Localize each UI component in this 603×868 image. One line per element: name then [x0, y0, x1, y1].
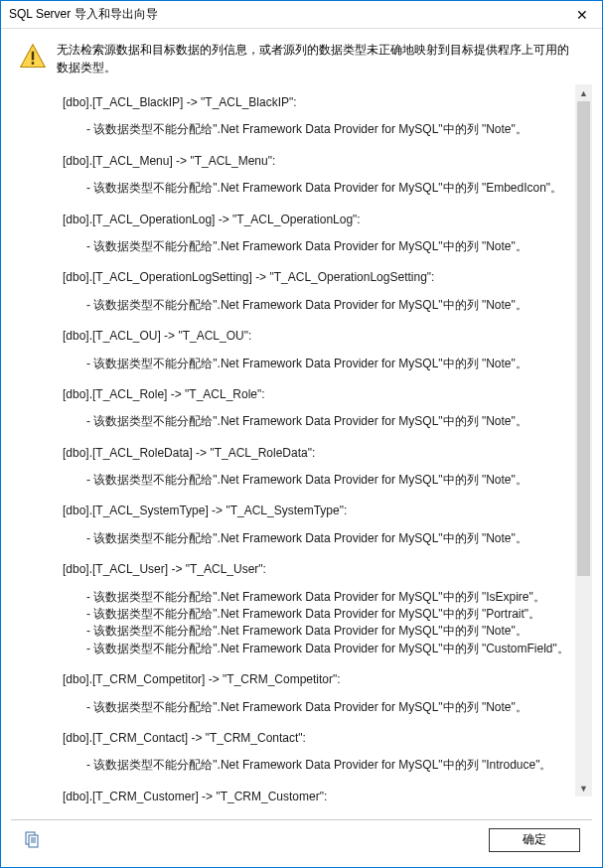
mapping-header: [dbo].[T_ACL_User] -> "T_ACL_User": — [63, 561, 582, 578]
body-wrap: [dbo].[T_ACL_BlackIP] -> "T_ACL_BlackIP"… — [11, 84, 592, 813]
dialog-window: SQL Server 导入和导出向导 ✕ 无法检索源数据和目标数据的列信息，或者… — [0, 0, 603, 868]
mapping-error-line: - 该数据类型不能分配给".Net Framework Data Provide… — [63, 413, 582, 430]
mapping-error-line: - 该数据类型不能分配给".Net Framework Data Provide… — [63, 121, 582, 138]
mapping-error-line: - 该数据类型不能分配给".Net Framework Data Provide… — [63, 699, 582, 716]
vertical-scrollbar[interactable]: ▲ ▼ — [575, 84, 592, 796]
mapping-error-line: - 该数据类型不能分配给".Net Framework Data Provide… — [63, 472, 582, 489]
mapping-error-line: - 该数据类型不能分配给".Net Framework Data Provide… — [63, 606, 582, 623]
error-summary: 无法检索源数据和目标数据的列信息，或者源列的数据类型未正确地映射到目标提供程序上… — [57, 41, 578, 76]
mapping-header: [dbo].[T_CRM_Customer] -> "T_CRM_Custome… — [63, 789, 582, 805]
mapping-header: [dbo].[T_ACL_BlackIP] -> "T_ACL_BlackIP"… — [63, 94, 582, 111]
ok-button[interactable]: 确定 — [489, 828, 580, 852]
mapping-error-line: - 该数据类型不能分配给".Net Framework Data Provide… — [63, 356, 582, 372]
mapping-error-line: - 该数据类型不能分配给".Net Framework Data Provide… — [63, 757, 582, 774]
header-row: 无法检索源数据和目标数据的列信息，或者源列的数据类型未正确地映射到目标提供程序上… — [11, 41, 592, 76]
mapping-error-line: - 该数据类型不能分配给".Net Framework Data Provide… — [63, 238, 582, 255]
scroll-up-button[interactable]: ▲ — [575, 84, 592, 101]
message-list: [dbo].[T_ACL_BlackIP] -> "T_ACL_BlackIP"… — [63, 94, 582, 813]
mapping-header: [dbo].[T_ACL_OU] -> "T_ACL_OU": — [63, 328, 582, 345]
content-area: 无法检索源数据和目标数据的列信息，或者源列的数据类型未正确地映射到目标提供程序上… — [1, 29, 602, 867]
svg-rect-4 — [29, 835, 38, 847]
mapping-header: [dbo].[T_ACL_SystemType] -> "T_ACL_Syste… — [63, 503, 582, 519]
mapping-error-line: - 该数据类型不能分配给".Net Framework Data Provide… — [63, 180, 582, 197]
mapping-header: [dbo].[T_ACL_OperationLogSetting] -> "T_… — [63, 269, 582, 286]
mapping-error-line: - 该数据类型不能分配给".Net Framework Data Provide… — [63, 641, 582, 657]
svg-rect-1 — [32, 52, 34, 61]
mapping-error-line: - 该数据类型不能分配给".Net Framework Data Provide… — [63, 623, 582, 640]
window-title: SQL Server 导入和导出向导 — [9, 6, 158, 23]
close-button[interactable]: ✕ — [562, 1, 602, 29]
mapping-error-line: - 该数据类型不能分配给".Net Framework Data Provide… — [63, 297, 582, 314]
copy-icon[interactable] — [23, 831, 41, 849]
titlebar: SQL Server 导入和导出向导 ✕ — [1, 1, 602, 29]
vscroll-thumb[interactable] — [577, 101, 590, 576]
mapping-header: [dbo].[T_ACL_Role] -> "T_ACL_Role": — [63, 386, 582, 403]
mapping-header: [dbo].[T_ACL_Menu] -> "T_ACL_Menu": — [63, 153, 582, 170]
warning-icon — [19, 43, 47, 71]
vscroll-track[interactable] — [575, 101, 592, 780]
mapping-header: [dbo].[T_ACL_OperationLog] -> "T_ACL_Ope… — [63, 212, 582, 228]
close-icon: ✕ — [576, 7, 588, 23]
svg-rect-2 — [32, 62, 34, 65]
mapping-header: [dbo].[T_ACL_RoleData] -> "T_ACL_RoleDat… — [63, 445, 582, 462]
mapping-header: [dbo].[T_CRM_Contact] -> "T_CRM_Contact"… — [63, 730, 582, 747]
mapping-error-line: - 该数据类型不能分配给".Net Framework Data Provide… — [63, 589, 582, 606]
message-scroll-area[interactable]: [dbo].[T_ACL_BlackIP] -> "T_ACL_BlackIP"… — [11, 84, 588, 813]
dialog-footer: 确定 — [11, 819, 592, 859]
mapping-header: [dbo].[T_CRM_Competitor] -> "T_CRM_Compe… — [63, 671, 582, 688]
mapping-error-line: - 该数据类型不能分配给".Net Framework Data Provide… — [63, 530, 582, 547]
scroll-down-button[interactable]: ▼ — [575, 780, 592, 796]
